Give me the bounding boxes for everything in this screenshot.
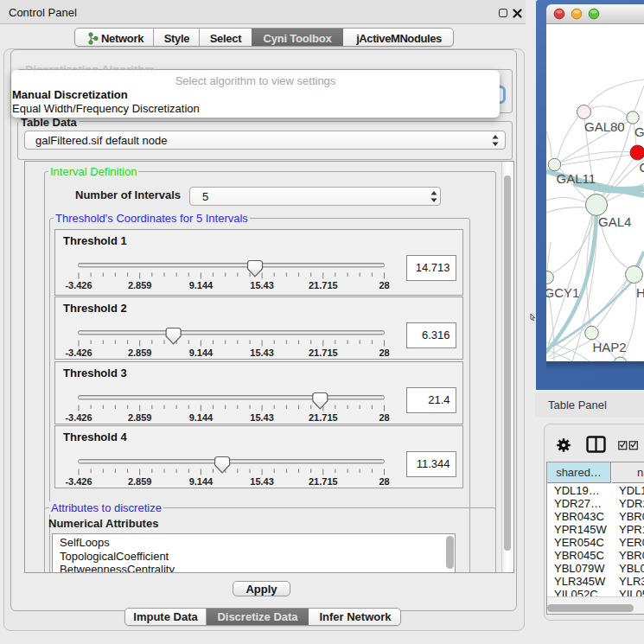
svg-text:-3.426: -3.426: [65, 476, 92, 487]
svg-text:15.43: 15.43: [250, 412, 274, 423]
svg-text:9.144: 9.144: [189, 476, 214, 487]
svg-text:28: 28: [379, 476, 389, 487]
svg-text:2.859: 2.859: [128, 412, 152, 423]
svg-text:15.43: 15.43: [250, 280, 274, 290]
svg-text:9.144: 9.144: [189, 348, 214, 358]
svg-text:28: 28: [379, 348, 389, 358]
svg-text:H: H: [636, 285, 644, 300]
svg-text:21.715: 21.715: [309, 348, 338, 358]
svg-text:HAP2: HAP2: [593, 340, 627, 354]
svg-text:15.43: 15.43: [250, 476, 274, 487]
svg-text:28: 28: [379, 412, 389, 423]
svg-text:15.43: 15.43: [250, 348, 274, 358]
svg-text:GCY1: GCY1: [546, 285, 579, 300]
svg-text:9.144: 9.144: [189, 280, 214, 290]
svg-text:-3.426: -3.426: [65, 348, 92, 358]
svg-text:-3.426: -3.426: [65, 412, 92, 423]
svg-text:-3.426: -3.426: [65, 280, 92, 290]
svg-text:GAL80: GAL80: [584, 119, 625, 134]
svg-text:GAL4: GAL4: [598, 214, 631, 229]
svg-text:21.715: 21.715: [309, 412, 338, 423]
svg-text:C: C: [640, 160, 644, 175]
svg-text:2.859: 2.859: [128, 280, 152, 290]
svg-text:28: 28: [379, 280, 389, 290]
svg-text:21.715: 21.715: [309, 280, 338, 290]
svg-text:GAL11: GAL11: [557, 171, 596, 186]
svg-text:2.859: 2.859: [128, 476, 152, 487]
svg-text:21.715: 21.715: [309, 476, 338, 487]
svg-text:GA: GA: [634, 124, 644, 139]
svg-text:2.859: 2.859: [128, 348, 152, 358]
svg-text:9.144: 9.144: [189, 412, 214, 423]
